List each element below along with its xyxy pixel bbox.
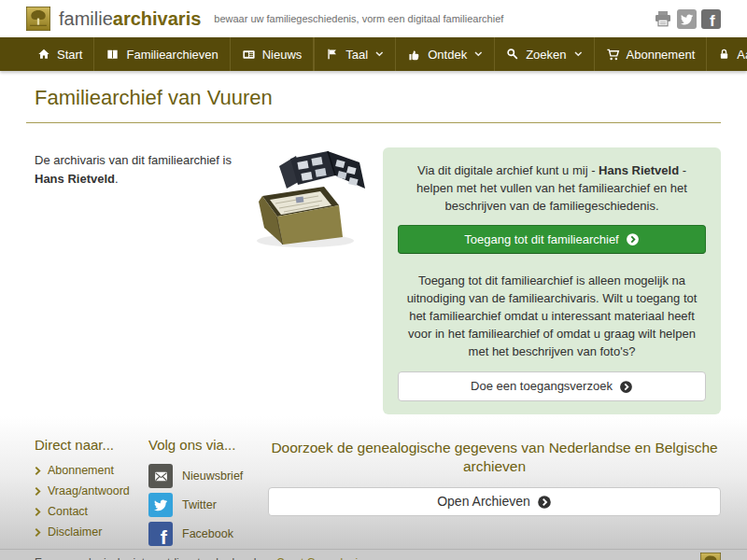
lock-icon [718,48,730,61]
nav-label: Zoeken [526,48,566,62]
nav-left-group: Start Familiearchieven Nieuws [26,37,314,71]
language-icon [326,48,339,61]
nav-item-nieuws[interactable]: Nieuws [231,37,315,71]
page-title: Familiearchief van Vuuren [35,86,721,110]
chevron-down-icon [474,51,483,57]
chevron-right-icon [35,486,41,497]
nav-label: Aanmelden [737,48,747,62]
nav-label: Abonnement [627,48,696,62]
chevron-right-icon [35,527,41,538]
nav-item-familiearchieven[interactable]: Familiearchieven [94,37,230,71]
footer-link-abonnement[interactable]: Abonnement [35,464,148,477]
facebook-icon[interactable]: f [701,9,721,29]
arrow-circle-right-icon [537,495,552,510]
footer-link-disclaimer[interactable]: Disclaimer [35,525,148,539]
footer-link-vraag-antwoord[interactable]: Vraag/antwoord [35,484,148,497]
open-archives-button[interactable]: Open Archieven [268,487,721,516]
footer-link-label: Facebook [182,527,233,540]
footer-link-facebook[interactable]: f Facebook [148,522,268,546]
intro-text: De archivaris van dit familiearchief is [35,153,232,167]
printer-icon[interactable] [653,9,672,29]
intro-period: . [115,172,119,186]
news-icon [242,48,256,62]
photo-box-image [242,147,373,252]
nav-item-taal[interactable]: Taal [314,37,395,71]
title-divider [26,122,721,123]
hand-icon [407,48,421,62]
coret-genealogie-link[interactable]: Coret Genealogie [276,556,364,560]
button-label: Open Archieven [437,494,530,510]
nav-item-zoeken[interactable]: Zoeken [494,37,593,71]
panel-intro-text: Via dit digitale archief kunt u mij - Ha… [398,162,706,216]
archivist-intro: De archivaris van dit familiearchief is … [35,151,233,414]
nav-label: Taal [345,48,368,62]
button-label: Toegang tot dit familiearchief [464,232,618,247]
main-content: Familiearchief van Vuuren De archivaris … [0,86,747,416]
arrow-circle-right-icon [626,232,640,246]
footer-link-twitter[interactable]: Twitter [148,493,268,517]
newsletter-icon [148,464,173,488]
twitter-icon [148,493,173,517]
cart-icon [606,48,620,62]
nav-label: Ontdek [428,48,467,62]
button-label: Doe een toegangsverzoek [471,379,613,394]
nav-label: Familiearchieven [126,48,218,62]
footer-link-nieuwsbrief[interactable]: Nieuwsbrief [148,464,268,488]
nav-item-start[interactable]: Start [26,37,94,71]
brand-tagline: bewaar uw familiegeschiedenis, vorm een … [214,13,503,24]
svg-text:f: f [161,526,168,546]
header-icons: f [653,9,721,29]
open-archives-heading: Doorzoek de genealogische gegevens van N… [268,439,721,476]
direct-heading: Direct naar... [35,437,148,453]
footer-link-label: Twitter [182,498,217,511]
panel-text: Via dit digitale archief kunt u mij - [417,163,599,177]
facebook-icon: f [148,522,173,546]
brand-bold: archivaris [113,8,202,29]
brand-name[interactable]: familiearchivaris [59,8,201,30]
footer-link-label: Abonnement [48,464,114,477]
footer: Direct naar... Abonnement Vraag/antwoord… [0,416,747,560]
follow-heading: Volg ons via... [148,437,268,453]
nav-right-group: Taal Ontdek Zoeken Abonnement Aanmelden [314,37,747,71]
footer-link-label: Disclaimer [48,525,102,539]
chevron-right-icon [35,466,41,476]
access-panel: Via dit digitale archief kunt u mij - Ha… [383,147,721,414]
credit-text: Een genealogische internetdienst geboden… [35,556,273,560]
access-request-button[interactable]: Doe een toegangsverzoek [398,371,706,401]
home-icon [37,48,50,61]
main-nav: Start Familiearchieven Nieuws Taal Ontde… [0,37,747,71]
access-archive-button[interactable]: Toegang tot dit familiearchief [398,225,706,255]
nav-label: Nieuws [262,48,303,62]
svg-text:f: f [710,11,715,28]
coret-tree-logo-icon[interactable] [700,553,721,560]
nav-item-ontdek[interactable]: Ontdek [395,37,494,71]
twitter-icon[interactable] [677,9,697,29]
footer-direct-column: Direct naar... Abonnement Vraag/antwoord… [35,437,148,551]
top-header: familiearchivaris bewaar uw familiegesch… [0,0,747,37]
brand-regular: familie [59,8,113,29]
footer-link-label: Vraag/antwoord [48,484,130,497]
nav-item-abonnement[interactable]: Abonnement [594,37,707,71]
footer-follow-column: Volg ons via... Nieuwsbrief Twitter f [148,437,268,551]
archivist-name: Hans Rietveld [599,163,679,177]
book-icon [106,48,120,62]
tree-logo-icon[interactable] [26,7,50,31]
arrow-circle-right-icon [619,380,633,394]
chevron-down-icon [574,51,583,57]
chevron-down-icon [375,51,384,57]
footer-search-column: Doorzoek de genealogische gegevens van N… [268,437,721,551]
panel-info-text: Toegang tot dit familiearchief is alleen… [398,273,706,360]
search-icon [506,48,519,61]
footer-link-label: Contact [48,505,88,518]
footer-link-label: Nieuwsbrief [182,469,243,483]
nav-item-aanmelden[interactable]: Aanmelden [706,37,747,71]
chevron-right-icon [35,507,41,517]
footer-link-contact[interactable]: Contact [35,505,148,518]
archivist-name: Hans Rietveld [35,172,115,186]
nav-label: Start [57,48,82,62]
